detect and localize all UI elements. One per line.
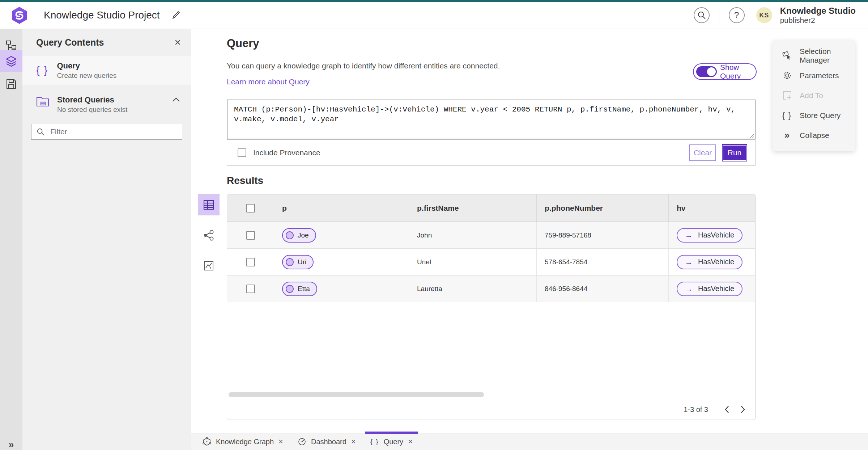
table-view-button[interactable] xyxy=(198,194,220,215)
filter-field xyxy=(31,124,182,140)
table-icon xyxy=(203,199,214,210)
row-checkbox-cell xyxy=(227,249,274,275)
knowledge-graph-icon xyxy=(203,437,211,446)
textarea-resize-handle[interactable] xyxy=(749,133,754,138)
cell-phonenumber: 578-654-7854 xyxy=(537,249,669,275)
tab-knowledge-graph[interactable]: Knowledge Graph × xyxy=(195,433,290,450)
arrow-right-icon: → xyxy=(685,231,693,240)
row-checkbox-cell xyxy=(227,276,274,302)
next-page-button[interactable] xyxy=(735,401,751,417)
close-icon[interactable]: × xyxy=(408,438,413,446)
help-button[interactable]: ? xyxy=(729,7,745,23)
menu-item-label: Collapse xyxy=(800,131,829,140)
relationship-pill[interactable]: → HasVehicle xyxy=(677,282,743,296)
stored-queries-section[interactable]: Stored Queries No stored queries exist xyxy=(22,90,191,119)
search-icon xyxy=(697,11,706,20)
graph-share-icon xyxy=(203,230,214,241)
close-icon[interactable]: × xyxy=(351,438,356,446)
select-all-checkbox[interactable] xyxy=(246,204,255,213)
toggle-switch xyxy=(696,66,717,77)
header-checkbox-cell xyxy=(227,194,274,222)
menu-item-label: Selection Manager xyxy=(800,47,855,64)
relationship-pill[interactable]: → HasVehicle xyxy=(677,255,743,269)
entity-node-icon xyxy=(286,231,294,239)
query-description: You can query a knowledge graph to ident… xyxy=(227,62,500,70)
search-button[interactable] xyxy=(694,7,710,23)
query-footer: Include Provenance Clear Run xyxy=(227,139,756,166)
menu-item-selection-manager[interactable]: Selection Manager xyxy=(773,46,855,66)
tab-label: Knowledge Graph xyxy=(216,438,274,446)
edit-title-button[interactable] xyxy=(171,9,182,21)
graph-view-button[interactable] xyxy=(198,224,220,246)
entity-node-icon xyxy=(286,285,294,293)
column-header-hv: hv xyxy=(669,194,755,222)
menu-item-label: Store Query xyxy=(800,111,841,120)
menu-item-store-query[interactable]: { } Store Query xyxy=(773,105,855,125)
table-row: Etta Lauretta 846-956-8644 → HasVehicle xyxy=(227,276,755,302)
entity-pill[interactable]: Joe xyxy=(282,228,316,243)
close-icon[interactable]: × xyxy=(278,438,283,446)
tab-query[interactable]: { } Query × xyxy=(363,433,420,450)
relationship-pill[interactable]: → HasVehicle xyxy=(677,228,743,243)
query-item-subtitle: Create new queries xyxy=(57,72,116,80)
entity-pill[interactable]: Etta xyxy=(282,282,317,296)
stored-queries-title: Stored Queries xyxy=(57,95,172,105)
main-content: Query You can query a knowledge graph to… xyxy=(191,29,868,433)
panel-title: Query Contents xyxy=(36,37,174,48)
add-to-icon xyxy=(782,91,792,100)
close-icon: × xyxy=(174,36,181,48)
entity-pill-label: Uri xyxy=(298,258,306,266)
chevron-right-icon xyxy=(740,405,745,413)
row-checkbox[interactable] xyxy=(246,285,255,293)
cell-hv: → HasVehicle xyxy=(669,249,755,275)
chart-view-button[interactable] xyxy=(198,255,220,276)
save-icon xyxy=(5,78,17,90)
braces-icon: { } xyxy=(36,64,48,76)
close-panel-button[interactable]: × xyxy=(174,37,181,48)
arrow-right-icon: → xyxy=(685,285,693,293)
sidebar-item-save[interactable] xyxy=(0,73,22,95)
stored-queries-folder-icon xyxy=(36,95,49,107)
menu-item-collapse[interactable]: » Collapse xyxy=(773,125,855,145)
entity-pill-label: Joe xyxy=(298,231,309,239)
query-actions-menu: Selection Manager Parameters Add To xyxy=(773,41,855,151)
show-query-label: Show Query xyxy=(720,63,751,80)
query-create-item[interactable]: { } Query Create new queries xyxy=(22,56,191,85)
row-checkbox[interactable] xyxy=(246,231,255,240)
clear-button[interactable]: Clear xyxy=(689,144,716,161)
cell-hv: → HasVehicle xyxy=(669,276,755,302)
table-row: Uri Uriel 578-654-7854 → HasVehicle xyxy=(227,249,755,276)
table-pagination: 1-3 of 3 xyxy=(227,399,755,420)
include-provenance-checkbox[interactable] xyxy=(238,148,246,157)
previous-page-button[interactable] xyxy=(719,401,735,417)
query-textarea[interactable]: MATCH (p:Person)-[hv:HasVehicle]->(v:Veh… xyxy=(227,100,756,139)
braces-icon: { } xyxy=(370,438,379,446)
results-title: Results xyxy=(227,175,263,186)
menu-item-parameters[interactable]: Parameters xyxy=(773,66,855,85)
relationship-pill-label: HasVehicle xyxy=(698,285,734,293)
layers-icon xyxy=(5,55,17,67)
pencil-icon xyxy=(171,9,182,20)
sidebar-item-contents[interactable] xyxy=(0,50,22,72)
horizontal-scrollbar[interactable] xyxy=(229,392,484,397)
arrow-right-icon: → xyxy=(685,258,693,266)
query-text: MATCH (p:Person)-[hv:HasVehicle]->(v:Veh… xyxy=(234,105,735,123)
user-info: Knowledge Studio publisher2 xyxy=(780,6,856,25)
toggle-knob xyxy=(707,67,716,76)
learn-more-link[interactable]: Learn more about Query xyxy=(227,77,310,86)
user-name-label: publisher2 xyxy=(780,16,856,25)
entity-pill-label: Etta xyxy=(298,285,310,293)
collapse-stored-queries-button[interactable] xyxy=(172,95,180,103)
filter-input[interactable] xyxy=(50,127,177,136)
bottom-tab-bar: Knowledge Graph × Dashboard × { } Query … xyxy=(191,433,868,450)
user-org-label: Knowledge Studio xyxy=(780,6,856,16)
avatar[interactable]: KS xyxy=(756,7,772,23)
row-checkbox[interactable] xyxy=(246,258,255,266)
entity-pill[interactable]: Uri xyxy=(282,255,314,269)
expand-panel-button[interactable]: » xyxy=(0,434,22,450)
run-button[interactable]: Run xyxy=(723,145,746,161)
stored-queries-text: Stored Queries No stored queries exist xyxy=(57,95,172,114)
relationship-pill-label: HasVehicle xyxy=(698,258,734,266)
show-query-toggle[interactable]: Show Query xyxy=(693,63,757,80)
tab-dashboard[interactable]: Dashboard × xyxy=(290,433,363,450)
